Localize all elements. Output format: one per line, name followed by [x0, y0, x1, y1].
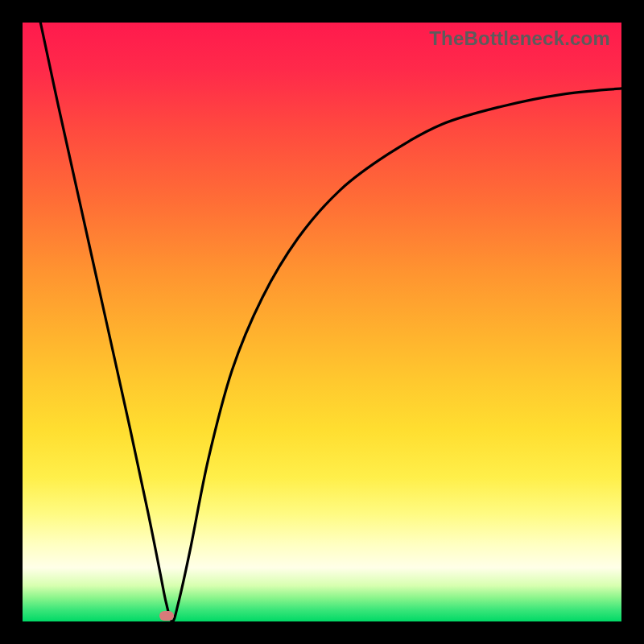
bottleneck-curve — [23, 23, 621, 621]
chart-frame: TheBottleneck.com — [0, 0, 644, 644]
plot-area: TheBottleneck.com — [23, 23, 621, 621]
optimal-point-marker — [159, 611, 174, 621]
